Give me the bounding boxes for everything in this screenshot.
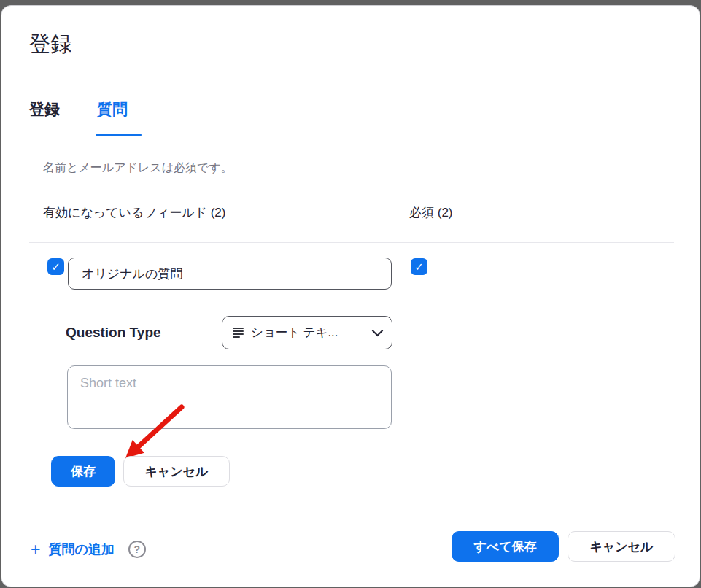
cancel-all-button[interactable]: キャンセル (568, 531, 675, 562)
enabled-checkbox[interactable]: ✓ (47, 258, 64, 275)
add-question-button[interactable]: + 質問の追加 ? (31, 541, 146, 558)
help-icon[interactable]: ? (128, 541, 146, 558)
question-text-input[interactable] (68, 258, 392, 290)
footer-divider (29, 503, 674, 503)
enabled-fields-header: 有効になっているフィールド (2) (43, 204, 225, 221)
active-tab-underline (96, 134, 142, 136)
question-type-dropdown[interactable]: ショート テキ... (222, 316, 392, 349)
tab-registration[interactable]: 登録 (29, 99, 60, 120)
cancel-button[interactable]: キャンセル (123, 456, 230, 487)
short-text-icon (233, 326, 244, 339)
page-title: 登録 (29, 30, 71, 59)
save-button[interactable]: 保存 (51, 456, 115, 487)
required-checkbox[interactable]: ✓ (411, 258, 427, 275)
plus-icon: + (31, 541, 40, 558)
required-fields-note: 名前とメールアドレスは必須です。 (43, 160, 233, 176)
chevron-down-icon (372, 325, 384, 337)
add-question-label: 質問の追加 (48, 541, 114, 558)
save-all-button[interactable]: すべて保存 (452, 531, 559, 562)
question-type-value: ショート テキ... (251, 325, 366, 341)
checkmark-icon: ✓ (414, 261, 424, 272)
tab-questions[interactable]: 質問 (97, 99, 128, 120)
screen-backdrop: 登録 登録 質問 名前とメールアドレスは必須です。 有効になっているフィールド … (0, 0, 701, 588)
answer-preview-textarea[interactable] (67, 365, 392, 429)
checkmark-icon: ✓ (51, 261, 61, 272)
table-divider (29, 242, 674, 243)
registration-dialog: 登録 登録 質問 名前とメールアドレスは必須です。 有効になっているフィールド … (1, 5, 700, 587)
required-header: 必須 (2) (409, 204, 453, 221)
question-type-label: Question Type (66, 325, 161, 341)
